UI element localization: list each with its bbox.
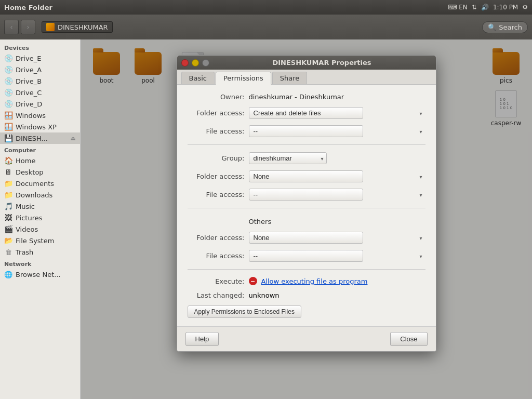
sidebar-item-pictures[interactable]: 🖼 Pictures bbox=[0, 212, 80, 223]
group-select[interactable]: dineshkumar bbox=[249, 152, 327, 164]
owner-file-access-row: File access: -- Read-only Read and write… bbox=[188, 125, 425, 137]
location-bar[interactable]: DINESHKUMAR bbox=[42, 21, 113, 33]
eject-button[interactable]: ⏏ bbox=[71, 135, 76, 142]
sidebar-item-drive-d[interactable]: 💿 Drive_D bbox=[0, 98, 80, 110]
search-box[interactable]: 🔍 Search bbox=[482, 21, 528, 33]
home-icon: 🏠 bbox=[4, 156, 12, 165]
sidebar-item-label: Videos bbox=[16, 225, 38, 233]
sidebar-item-label: Browse Net... bbox=[16, 271, 61, 278]
tab-share[interactable]: Share bbox=[272, 72, 308, 84]
drive-icon: 💿 bbox=[4, 54, 12, 62]
drive-icon: 💿 bbox=[4, 100, 12, 108]
dialog-body: Owner: dineshkumar - Dineshkumar Folder … bbox=[177, 85, 436, 326]
sidebar-item-videos[interactable]: 🎬 Videos bbox=[0, 223, 80, 235]
trash-icon: 🗑 bbox=[4, 248, 12, 256]
sidebar-item-windows-xp[interactable]: 🪟 Windows XP bbox=[0, 121, 80, 132]
owner-label: Owner: bbox=[188, 93, 245, 101]
owner-folder-access-select[interactable]: None List files only Access files Create… bbox=[249, 107, 363, 119]
sidebar-item-music[interactable]: 🎵 Music bbox=[0, 201, 80, 212]
owner-file-access-select[interactable]: -- Read-only Read and write bbox=[249, 125, 363, 137]
topbar-title: Home Folder bbox=[4, 4, 52, 11]
sidebar-item-label: Windows bbox=[16, 112, 46, 119]
sidebar-item-label: Desktop bbox=[16, 168, 44, 176]
sidebar-item-drive-a[interactable]: 💿 Drive_A bbox=[0, 64, 80, 75]
sidebar-item-windows[interactable]: 🪟 Windows bbox=[0, 110, 80, 121]
group-file-access-select[interactable]: -- Read-only Read and write bbox=[249, 189, 363, 201]
sidebar-item-drive-b[interactable]: 💿 Drive_B bbox=[0, 75, 80, 87]
music-icon: 🎵 bbox=[4, 202, 12, 210]
drive-icon: 💿 bbox=[4, 88, 12, 97]
group-row: Group: dineshkumar ▾ bbox=[188, 152, 425, 164]
chevron-down-icon: ▾ bbox=[419, 192, 422, 197]
others-folder-access-row: Folder access: None List files only Acce… bbox=[188, 232, 425, 244]
sidebar-item-dineshkumar[interactable]: 💾 DINESH... ⏏ bbox=[0, 132, 80, 144]
topbar: Home Folder ⌨ EN ⇅ 🔊 1:10 PM ⚙ bbox=[0, 0, 532, 15]
search-label: Search bbox=[499, 23, 522, 31]
sidebar-item-drive-c[interactable]: 💿 Drive_C bbox=[0, 87, 80, 98]
sidebar-item-label: Home bbox=[16, 157, 35, 165]
computer-section-label: Computer bbox=[0, 144, 80, 155]
sidebar-item-filesystem[interactable]: 📂 File System bbox=[0, 235, 80, 246]
others-file-access-select[interactable]: -- Read-only Read and write bbox=[249, 250, 363, 262]
file-area: boot pool 1 01 0 11 0 1 0 ldlinux.sys p bbox=[81, 39, 532, 399]
sidebar-item-downloads[interactable]: 📁 Downloads bbox=[0, 189, 80, 201]
others-folder-access-wrapper: None List files only Access files Create… bbox=[249, 232, 425, 244]
volume-indicator: 🔊 bbox=[481, 4, 489, 11]
sidebar-item-browse-network[interactable]: 🌐 Browse Net... bbox=[0, 269, 80, 280]
tab-basic[interactable]: Basic bbox=[181, 72, 215, 84]
dialog-tabs: Basic Permissions Share bbox=[177, 70, 436, 85]
chevron-down-icon: ▾ bbox=[419, 253, 422, 259]
sidebar-item-label: Drive_C bbox=[16, 89, 42, 97]
keyboard-indicator: ⌨ EN bbox=[448, 4, 468, 11]
toolbar: ‹ › DINESHKUMAR 🔍 Search bbox=[0, 15, 532, 39]
apply-btn-row: Apply Permissions to Enclosed Files bbox=[188, 305, 425, 318]
clock: 1:10 PM bbox=[493, 4, 518, 11]
forward-button[interactable]: › bbox=[21, 20, 35, 34]
pictures-icon: 🖼 bbox=[4, 214, 12, 222]
chevron-down-icon: ▾ bbox=[419, 110, 422, 116]
search-icon: 🔍 bbox=[488, 23, 496, 31]
dialog-close-button[interactable] bbox=[181, 59, 189, 66]
dialog-title: DINESHKUMAR Properties bbox=[212, 59, 432, 66]
dialog-minimize-button[interactable] bbox=[192, 59, 199, 66]
sidebar-item-desktop[interactable]: 🖥 Desktop bbox=[0, 166, 80, 178]
help-button[interactable]: Help bbox=[185, 332, 219, 346]
owner-row: Owner: dineshkumar - Dineshkumar bbox=[188, 93, 425, 101]
windows-icon: 🪟 bbox=[4, 111, 12, 119]
chevron-down-icon: ▾ bbox=[419, 128, 422, 134]
group-file-access-label: File access: bbox=[188, 191, 245, 198]
chevron-down-icon: ▾ bbox=[419, 235, 422, 241]
others-heading: Others bbox=[249, 218, 272, 225]
others-folder-access-select[interactable]: None List files only Access files Create… bbox=[249, 232, 363, 244]
downloads-icon: 📁 bbox=[4, 191, 12, 199]
owner-folder-access-row: Folder access: None List files only Acce… bbox=[188, 107, 425, 119]
sidebar-item-label: Drive_B bbox=[16, 77, 42, 85]
sidebar-item-trash[interactable]: 🗑 Trash bbox=[0, 246, 80, 258]
tab-permissions[interactable]: Permissions bbox=[216, 72, 271, 85]
back-button[interactable]: ‹ bbox=[4, 20, 19, 34]
sidebar-item-documents[interactable]: 📁 Documents bbox=[0, 178, 80, 189]
dialog-titlebar: DINESHKUMAR Properties bbox=[177, 56, 436, 70]
last-changed-value: unknown bbox=[249, 291, 280, 299]
sidebar-item-label: Windows XP bbox=[16, 123, 57, 131]
sidebar-item-label: Music bbox=[16, 203, 35, 210]
videos-icon: 🎬 bbox=[4, 225, 12, 233]
sidebar-item-label: File System bbox=[16, 237, 54, 245]
execute-link[interactable]: Allow executing file as program bbox=[261, 277, 368, 285]
group-folder-access-wrapper: None List files only Access files Create… bbox=[249, 170, 425, 182]
apply-permissions-button[interactable]: Apply Permissions to Enclosed Files bbox=[188, 305, 301, 318]
sidebar-item-drive-e[interactable]: 💿 Drive_E bbox=[0, 52, 80, 64]
network-section-label: Network bbox=[0, 258, 80, 269]
group-folder-access-label: Folder access: bbox=[188, 172, 245, 180]
sidebar-item-label: Downloads bbox=[16, 191, 52, 199]
close-button[interactable]: Close bbox=[390, 332, 427, 346]
dialog-maximize-button[interactable] bbox=[202, 59, 209, 66]
network-icon: 🌐 bbox=[4, 270, 12, 278]
sidebar-item-home[interactable]: 🏠 Home bbox=[0, 155, 80, 166]
execute-minus-icon: − bbox=[249, 277, 257, 285]
divider bbox=[188, 144, 425, 145]
usb-icon: 💾 bbox=[4, 134, 12, 142]
settings-icon[interactable]: ⚙ bbox=[522, 4, 528, 11]
group-folder-access-select[interactable]: None List files only Access files Create… bbox=[249, 170, 363, 182]
documents-icon: 📁 bbox=[4, 179, 12, 188]
